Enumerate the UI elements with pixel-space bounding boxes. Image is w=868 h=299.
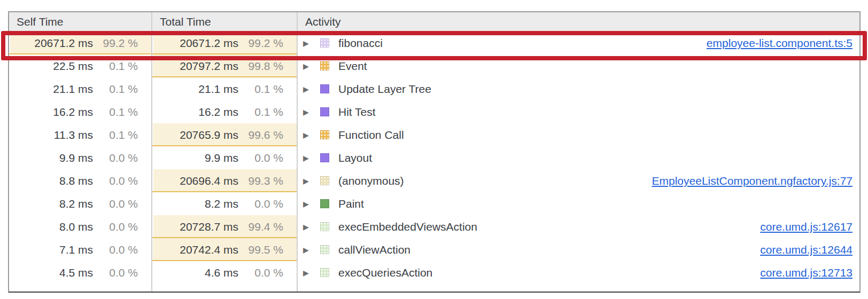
total-time-percent: 99.8 %: [238, 60, 283, 73]
source-location-link[interactable]: core.umd.js:12644: [760, 243, 859, 256]
total-time-percent: 0.0 %: [238, 266, 283, 279]
activity-type-icon: [320, 61, 329, 70]
activity-cell[interactable]: ▶ Layout: [297, 146, 859, 169]
self-time-value: 4.5 ms: [59, 266, 93, 279]
self-time-value: 8.0 ms: [59, 221, 93, 233]
activity-cell[interactable]: ▶ execEmbeddedViewsAction core.umd.js:12…: [297, 215, 859, 238]
self-time-value: 7.1 ms: [59, 243, 93, 256]
activity-label: execQueriesAction: [338, 266, 432, 279]
activity-cell[interactable]: ▶ fibonacci employee-list.component.ts:5: [297, 32, 859, 54]
self-time-percent: 0.0 %: [93, 198, 138, 210]
expand-arrow-icon[interactable]: ▶: [303, 177, 314, 185]
table-row: 8.8 ms 0.0 % 20696.4 ms 99.3 % ▶ (anonym…: [9, 169, 859, 192]
self-time-cell[interactable]: 8.8 ms 0.0 %: [9, 169, 151, 192]
total-time-value: 21.1 ms: [198, 83, 238, 96]
total-time-cell[interactable]: 8.2 ms 0.0 %: [151, 192, 297, 215]
self-time-cell[interactable]: 20671.2 ms 99.2 %: [9, 32, 151, 54]
table-row: 9.9 ms 0.0 % 9.9 ms 0.0 % ▶ Layout: [9, 146, 859, 169]
expand-arrow-icon[interactable]: ▶: [303, 223, 314, 231]
activity-cell[interactable]: ▶ execQueriesAction core.umd.js:12713: [297, 261, 859, 284]
self-time-percent: 0.0 %: [93, 266, 138, 279]
table-row: 11.3 ms 0.1 % 20765.9 ms 99.6 % ▶ Functi…: [9, 123, 859, 146]
activity-type-icon: [320, 199, 329, 208]
activity-cell[interactable]: ▶ Hit Test: [297, 100, 859, 123]
source-location-link[interactable]: EmployeeListComponent.ngfactory.js:77: [652, 175, 859, 187]
total-time-percent: 0.1 %: [238, 83, 283, 96]
expand-arrow-icon[interactable]: ▶: [303, 269, 314, 277]
activity-label: Event: [338, 60, 367, 73]
activity-cell[interactable]: ▶ callViewAction core.umd.js:12644: [297, 238, 859, 261]
self-time-cell[interactable]: 8.2 ms 0.0 %: [9, 192, 151, 215]
self-time-percent: 0.0 %: [93, 243, 138, 256]
total-time-cell[interactable]: 20797.2 ms 99.8 %: [151, 54, 297, 77]
activity-label: Paint: [338, 198, 364, 210]
filler-cell: [9, 284, 151, 292]
activity-type-icon: [320, 222, 329, 231]
table-row: 4.5 ms 0.0 % 4.6 ms 0.0 % ▶ execQueriesA…: [9, 261, 859, 284]
self-time-cell[interactable]: 8.0 ms 0.0 %: [9, 215, 151, 238]
self-time-cell[interactable]: 11.3 ms 0.1 %: [9, 123, 151, 146]
expand-arrow-icon[interactable]: ▶: [303, 154, 314, 162]
self-time-cell[interactable]: 16.2 ms 0.1 %: [9, 100, 151, 123]
total-time-cell[interactable]: 20742.4 ms 99.5 %: [151, 238, 297, 261]
activity-type-icon: [320, 245, 329, 254]
column-header-self-time[interactable]: Self Time: [9, 12, 151, 32]
total-time-cell[interactable]: 16.2 ms 0.1 %: [151, 100, 297, 123]
self-time-cell[interactable]: 4.5 ms 0.0 %: [9, 261, 151, 284]
self-time-cell[interactable]: 9.9 ms 0.0 %: [9, 146, 151, 169]
expand-arrow-icon[interactable]: ▶: [303, 40, 314, 47]
total-time-cell[interactable]: 20696.4 ms 99.3 %: [151, 169, 297, 192]
total-time-value: 20797.2 ms: [180, 60, 238, 73]
self-time-cell[interactable]: 7.1 ms 0.0 %: [9, 238, 151, 261]
self-time-value: 22.5 ms: [53, 60, 93, 73]
self-time-cell[interactable]: 21.1 ms 0.1 %: [9, 77, 151, 100]
activity-type-icon: [320, 107, 329, 116]
expand-arrow-icon[interactable]: ▶: [303, 62, 314, 70]
self-time-percent: 0.1 %: [93, 129, 138, 141]
total-time-value: 20696.4 ms: [180, 175, 238, 187]
column-header-total-time[interactable]: Total Time: [151, 12, 297, 32]
filler-cell: [151, 284, 297, 292]
source-location-link[interactable]: core.umd.js:12617: [760, 221, 859, 233]
activity-label: Function Call: [338, 129, 404, 141]
total-time-percent: 0.0 %: [238, 152, 283, 164]
total-time-cell[interactable]: 20728.7 ms 99.4 %: [151, 215, 297, 238]
column-header-activity[interactable]: Activity: [297, 12, 859, 32]
total-time-cell[interactable]: 20671.2 ms 99.2 %: [151, 32, 297, 54]
self-time-cell[interactable]: 22.5 ms 0.1 %: [9, 54, 151, 77]
expand-arrow-icon[interactable]: ▶: [303, 85, 314, 93]
total-time-cell[interactable]: 4.6 ms 0.0 %: [151, 261, 297, 284]
source-location-link[interactable]: employee-list.component.ts:5: [707, 37, 859, 50]
total-time-value: 16.2 ms: [198, 106, 238, 119]
expand-arrow-icon[interactable]: ▶: [303, 200, 314, 208]
total-time-value: 4.6 ms: [205, 266, 238, 279]
expand-arrow-icon[interactable]: ▶: [303, 131, 314, 139]
table-row: 21.1 ms 0.1 % 21.1 ms 0.1 % ▶ Update Lay…: [9, 77, 859, 100]
table-row: 8.2 ms 0.0 % 8.2 ms 0.0 % ▶ Paint: [9, 192, 859, 215]
source-location-link[interactable]: core.umd.js:12713: [760, 266, 859, 279]
total-time-value: 8.2 ms: [205, 198, 238, 210]
self-time-percent: 0.1 %: [93, 106, 138, 119]
filler-cell: [297, 284, 859, 292]
self-time-value: 16.2 ms: [53, 106, 93, 119]
self-time-value: 20671.2 ms: [34, 37, 93, 50]
activity-cell[interactable]: ▶ (anonymous) EmployeeListComponent.ngfa…: [297, 169, 859, 192]
activity-cell[interactable]: ▶ Event: [297, 54, 859, 77]
total-time-percent: 99.3 %: [238, 175, 283, 187]
activity-cell[interactable]: ▶ Paint: [297, 192, 859, 215]
table-row: 20671.2 ms 99.2 % 20671.2 ms 99.2 % ▶ fi…: [9, 32, 859, 54]
total-time-cell[interactable]: 9.9 ms 0.0 %: [151, 146, 297, 169]
total-time-cell[interactable]: 21.1 ms 0.1 %: [151, 77, 297, 100]
expand-arrow-icon[interactable]: ▶: [303, 108, 314, 116]
activity-label: execEmbeddedViewsAction: [338, 221, 477, 233]
self-time-value: 21.1 ms: [53, 83, 93, 96]
total-time-percent: 99.5 %: [238, 243, 283, 256]
activity-type-icon: [320, 38, 329, 48]
total-time-cell[interactable]: 20765.9 ms 99.6 %: [151, 123, 297, 146]
self-time-value: 9.9 ms: [59, 152, 93, 164]
activity-cell[interactable]: ▶ Function Call: [297, 123, 859, 146]
expand-arrow-icon[interactable]: ▶: [303, 246, 314, 254]
table-row: 8.0 ms 0.0 % 20728.7 ms 99.4 % ▶ execEmb…: [9, 215, 859, 238]
activity-type-icon: [320, 153, 329, 162]
activity-cell[interactable]: ▶ Update Layer Tree: [297, 77, 859, 100]
